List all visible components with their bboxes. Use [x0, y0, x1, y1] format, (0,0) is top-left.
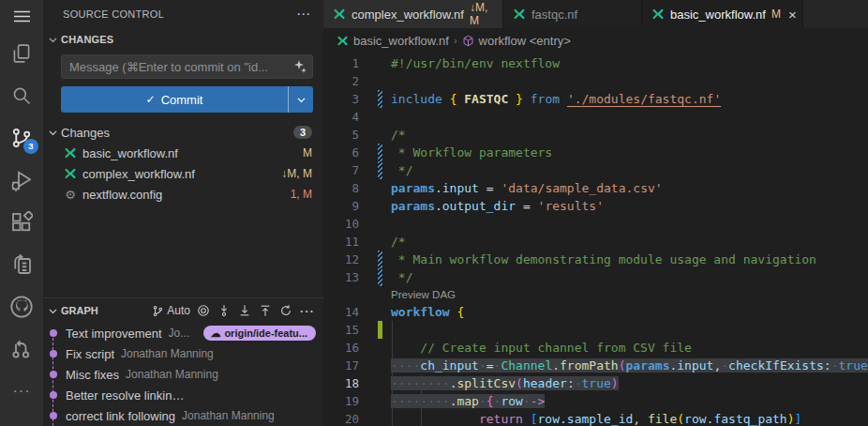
sidebar-item-github[interactable]: [0, 285, 43, 327]
breadcrumb-file[interactable]: basic_workflow.nf: [337, 34, 449, 48]
commit-message: Text improvement: [66, 327, 162, 341]
graph-pull-button[interactable]: [235, 301, 254, 320]
code-line[interactable]: 5/*: [323, 126, 868, 144]
code-line[interactable]: 8params.input = 'data/sample_data.csv': [323, 179, 868, 197]
commit-row[interactable]: Misc fixes Jonathan Manning: [43, 364, 323, 385]
breadcrumb-symbol[interactable]: workflow <entry>: [462, 34, 571, 48]
graph-auto-button[interactable]: Auto: [150, 301, 192, 320]
activity-more-button[interactable]: ···: [0, 370, 43, 412]
changes-tree-label: Changes: [61, 126, 293, 140]
sidebar-item-extensions[interactable]: [0, 201, 43, 243]
refresh-icon: [279, 304, 292, 317]
code-line[interactable]: 13 */: [323, 268, 868, 286]
graph-push-button[interactable]: [256, 301, 275, 320]
code-line[interactable]: 6 * Workflow parameters: [323, 144, 868, 161]
sidebar-item-search[interactable]: [0, 74, 43, 116]
sidebar-item-run-debug[interactable]: [0, 159, 43, 201]
git-graph-icon: [10, 338, 33, 360]
code-line[interactable]: 18········.splitCsv(header:·true): [323, 374, 868, 392]
namespace-symbol-icon: [462, 35, 474, 47]
branch-badge-label: origin/ide-featu...: [224, 327, 307, 339]
code-line[interactable]: 15: [323, 321, 868, 339]
commit-dot-icon: [50, 391, 57, 399]
code-line[interactable]: 16 // Create input channel from CSV file: [323, 339, 868, 357]
sidebar-item-explorer[interactable]: [0, 32, 43, 74]
code-line[interactable]: 1#!/usr/bin/env nextflow: [323, 54, 868, 72]
code-text: ········.map·{·row·->: [382, 392, 545, 410]
panel-more-button[interactable]: ⋯: [292, 6, 314, 23]
tab-basic-workflow-active[interactable]: basic_workflow.nf M ×: [642, 0, 803, 28]
menu-button[interactable]: [0, 0, 43, 32]
close-icon[interactable]: ×: [786, 8, 799, 22]
line-number: 2: [323, 72, 359, 90]
code-line[interactable]: 14workflow {: [323, 303, 868, 321]
sidebar-item-source-control[interactable]: 3: [0, 116, 43, 159]
nextflow-file-icon: [333, 8, 346, 21]
tab-fastqc[interactable]: fastqc.nf: [503, 0, 642, 28]
github-icon: [9, 295, 34, 319]
commit-button-label: Commit: [161, 93, 203, 107]
file-row-nextflow-config[interactable]: ⚙ nextflow.config 1, M: [43, 184, 323, 205]
code-line[interactable]: 10: [323, 215, 868, 233]
line-number: 4: [323, 108, 359, 126]
code-line[interactable]: 9params.output_dir = 'results': [323, 197, 868, 215]
tab-complex-workflow[interactable]: complex_workflow.nf ↓M, M: [323, 0, 503, 28]
code-text: return [row.sample_id, file(row.fastq_pa…: [382, 410, 801, 426]
nextflow-file-icon: [337, 35, 349, 47]
graph-section-header[interactable]: GRAPH Auto: [43, 298, 323, 323]
code-line[interactable]: 2: [323, 72, 868, 90]
line-number: 10: [323, 215, 359, 233]
branch-badge[interactable]: ☁ origin/ide-featu...: [203, 326, 316, 341]
target-icon: [197, 304, 210, 317]
code-line[interactable]: 11/*: [323, 233, 868, 251]
code-text: #!/usr/bin/env nextflow: [382, 54, 560, 72]
chevron-down-icon: [48, 128, 58, 138]
sidebar-item-git-graph[interactable]: [0, 327, 43, 370]
hamburger-icon: [14, 10, 30, 23]
commit-dot-icon: [50, 329, 57, 337]
code-editor[interactable]: 1#!/usr/bin/env nextflow23include { FAST…: [323, 53, 868, 426]
changes-section-header[interactable]: CHANGES: [43, 28, 323, 51]
file-name: complex_workflow.nf: [82, 167, 274, 181]
code-line[interactable]: 7 */: [323, 161, 868, 179]
commit-row[interactable]: Text improvement Jo... ☁ origin/ide-feat…: [43, 323, 323, 343]
graph-refresh-button[interactable]: [277, 301, 295, 320]
commit-message-input[interactable]: [61, 54, 313, 79]
code-line[interactable]: 12 * Main workflow demonstrating module …: [323, 251, 868, 268]
code-line[interactable]: 20 return [row.sample_id, file(row.fastq…: [323, 410, 868, 426]
graph-more-button[interactable]: ⋯: [297, 301, 316, 320]
commit-author: Jonathan Manning: [121, 347, 316, 360]
chevron-down-icon: [48, 306, 58, 316]
commit-row[interactable]: correct link following Jonathan Manning: [43, 405, 323, 426]
commit-message: Misc fixes: [66, 368, 119, 382]
line-number: 20: [323, 410, 359, 426]
code-line[interactable]: 3include { FASTQC } from './modules/fast…: [323, 90, 868, 108]
sidebar-item-references[interactable]: [0, 243, 43, 285]
commit-button[interactable]: ✓ Commit: [61, 86, 313, 113]
commit-message: Better resolve linking / process inspect…: [66, 388, 187, 403]
code-line[interactable]: 19········.map·{·row·->: [323, 392, 868, 410]
code-text: */: [382, 268, 412, 286]
cloud-icon: ☁: [210, 328, 220, 339]
code-text: /*: [382, 126, 406, 144]
graph-target-button[interactable]: [194, 301, 213, 320]
code-line[interactable]: 17····ch_input·=·Channel.fromPath(params…: [323, 357, 868, 374]
commit-row[interactable]: Better resolve linking / process inspect…: [43, 385, 323, 405]
commit-row[interactable]: Fix script Jonathan Manning: [43, 343, 323, 364]
sparkle-icon[interactable]: [292, 59, 307, 74]
graph-fetch-button[interactable]: [215, 301, 233, 320]
file-name: basic_workflow.nf: [82, 146, 295, 160]
commit-button-main[interactable]: ✓ Commit: [61, 86, 288, 113]
line-number: 17: [323, 357, 359, 374]
code-line[interactable]: 4: [323, 108, 868, 126]
extensions-icon: [10, 211, 33, 234]
commit-dot-icon: [50, 412, 57, 419]
codelens-preview-dag[interactable]: Preview DAG: [323, 286, 868, 303]
tab-decoration: M: [771, 8, 781, 21]
changes-tree-header[interactable]: Changes 3: [43, 122, 323, 143]
commit-dropdown-button[interactable]: [288, 86, 313, 113]
file-row-complex-workflow[interactable]: complex_workflow.nf ↓M, M: [43, 163, 323, 184]
code-text: ····ch_input·=·Channel.fromPath(params.i…: [382, 357, 868, 374]
graph-section: GRAPH Auto: [43, 297, 323, 426]
file-row-basic-workflow[interactable]: basic_workflow.nf M: [43, 143, 323, 163]
